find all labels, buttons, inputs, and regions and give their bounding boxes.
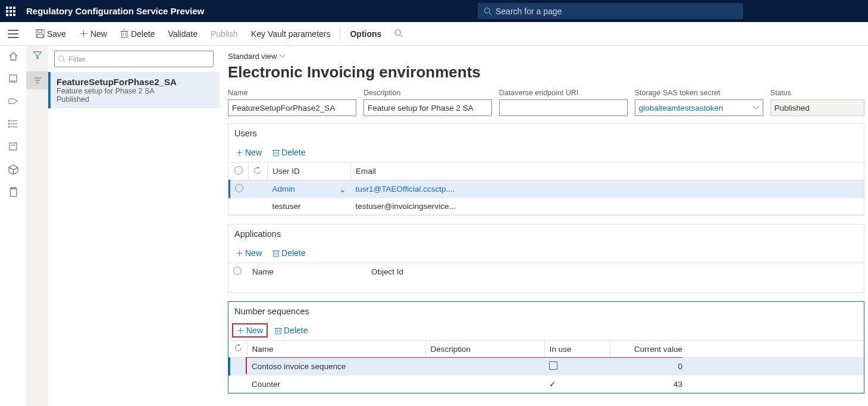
row-radio[interactable] — [235, 184, 243, 192]
command-bar-row: Save New Delete Validate Publish Key Vau… — [0, 22, 868, 46]
col-name[interactable]: Name — [247, 341, 425, 358]
tag-icon[interactable] — [8, 96, 18, 107]
environment-list-item[interactable]: FeatureSetupForPhase2_SA Feature setup f… — [48, 72, 220, 108]
library-icon[interactable] — [8, 73, 18, 84]
users-delete-button[interactable]: Delete — [269, 145, 309, 160]
filter-sort-icon[interactable] — [26, 71, 48, 89]
table-row[interactable]: testuser testuser@invoicingservice... — [230, 198, 864, 215]
cell-name: Counter — [247, 376, 425, 393]
seq-new-button[interactable]: New — [232, 323, 268, 338]
view-label: Standard view — [228, 52, 277, 61]
refresh-icon[interactable] — [234, 344, 242, 352]
app-title: Regulatory Configuration Service Preview — [26, 6, 204, 16]
name-input[interactable]: FeatureSetupForPhase2_SA — [228, 99, 356, 116]
plus-icon — [236, 149, 243, 157]
view-switcher[interactable]: Standard view — [228, 52, 286, 61]
col-objectid[interactable]: Object Id — [366, 263, 864, 281]
col-userid[interactable]: User ID — [268, 163, 351, 180]
svg-rect-25 — [10, 143, 17, 150]
apps-table: Name Object Id — [228, 263, 864, 280]
command-bar: Save New Delete Validate Publish Key Vau… — [26, 26, 409, 42]
kv-parameters-button[interactable]: Key Vault parameters — [245, 26, 337, 42]
apps-new-label: New — [245, 248, 262, 258]
table-row[interactable]: Counter ✓ 43 — [230, 376, 864, 393]
chevron-down-icon — [279, 54, 286, 58]
col-curval[interactable]: Current value — [610, 341, 687, 358]
users-section: Users New Delete User ID Email — [228, 123, 864, 216]
svg-point-32 — [59, 55, 64, 60]
dv-input[interactable] — [499, 99, 628, 116]
chevron-down-icon — [753, 106, 759, 110]
svg-point-24 — [8, 126, 10, 127]
plus-icon — [79, 29, 88, 38]
seq-table: Name Description In use Current value Co… — [228, 340, 864, 393]
seq-delete-label: Delete — [284, 326, 308, 335]
options-button[interactable]: Options — [344, 26, 387, 42]
filter-funnel-icon[interactable] — [33, 51, 42, 62]
delete-label: Delete — [131, 29, 155, 39]
desc-label: Description — [364, 89, 492, 97]
col-email[interactable]: Email — [351, 163, 864, 180]
package-icon[interactable] — [8, 164, 18, 174]
col-desc[interactable]: Description — [425, 341, 544, 358]
users-title: Users — [228, 124, 864, 143]
table-row[interactable]: Contoso invoice sequence 0 — [230, 358, 864, 376]
col-name[interactable]: Name — [247, 263, 366, 281]
save-icon — [36, 29, 45, 38]
svg-rect-7 — [37, 34, 43, 38]
svg-rect-10 — [121, 32, 127, 38]
trash-icon — [272, 249, 280, 257]
detail-panel: Standard view Electronic Invoicing envir… — [220, 46, 868, 406]
svg-line-33 — [63, 60, 65, 62]
publish-button: Publish — [205, 26, 244, 42]
apps-new-button[interactable]: New — [232, 246, 265, 260]
svg-point-15 — [395, 30, 400, 35]
select-all-radio[interactable] — [234, 166, 243, 174]
cell-userid: Admin — [272, 185, 295, 193]
search-icon — [484, 7, 492, 15]
app-launcher-icon[interactable] — [6, 7, 15, 16]
svg-point-22 — [8, 120, 10, 121]
environment-list-panel: Filter FeatureSetupForPhase2_SA Feature … — [48, 46, 220, 406]
cell-name: Contoso invoice sequence — [247, 358, 425, 376]
svg-rect-27 — [10, 188, 17, 196]
trash-icon — [275, 326, 282, 335]
save-button[interactable]: Save — [30, 26, 72, 42]
save-label: Save — [47, 29, 66, 39]
clipboard-icon[interactable] — [8, 186, 18, 197]
seq-delete-button[interactable]: Delete — [271, 323, 311, 338]
sas-value: globalteamtestsastoken — [639, 104, 723, 113]
seq-title: Number sequences — [228, 302, 864, 321]
apps-delete-button[interactable]: Delete — [269, 246, 309, 260]
fields-row: Name FeatureSetupForPhase2_SA Descriptio… — [228, 89, 864, 116]
sas-select[interactable]: globalteamtestsastoken — [635, 99, 763, 116]
validate-button[interactable]: Validate — [162, 26, 203, 42]
apps-delete-label: Delete — [281, 248, 305, 258]
new-button[interactable]: New — [73, 26, 113, 42]
table-row[interactable]: Admin ⌄ tusr1@TAEOfficial.ccsctp.... — [230, 180, 864, 198]
col-inuse[interactable]: In use — [544, 341, 610, 358]
env-name: FeatureSetupForPhase2_SA — [57, 77, 214, 87]
nav-toggle[interactable] — [0, 22, 26, 46]
users-new-button[interactable]: New — [232, 145, 265, 160]
seq-new-label: New — [246, 326, 263, 335]
archive-icon[interactable] — [8, 141, 18, 152]
filter-placeholder: Filter — [68, 55, 86, 64]
users-delete-label: Delete — [281, 148, 305, 157]
env-status: Published — [57, 95, 214, 104]
inuse-checkbox[interactable] — [549, 361, 557, 370]
delete-button[interactable]: Delete — [114, 26, 161, 42]
apps-title: Applications — [228, 224, 864, 243]
list-filter-input[interactable]: Filter — [54, 51, 214, 67]
desc-input[interactable]: Feature setup for Phase 2 SA — [364, 99, 492, 116]
plus-icon — [237, 327, 245, 335]
refresh-icon[interactable] — [253, 167, 261, 174]
home-icon[interactable] — [8, 51, 18, 61]
select-all-radio[interactable] — [233, 267, 242, 275]
env-desc: Feature setup for Phase 2 SA — [57, 87, 214, 95]
cell-email: tusr1@TAEOfficial.ccsctp.... — [351, 180, 864, 198]
global-search[interactable]: Search for a page — [478, 3, 743, 19]
page-title: Electronic Invoicing environments — [228, 63, 864, 82]
find-button[interactable] — [388, 26, 409, 42]
list-icon[interactable] — [8, 118, 18, 129]
